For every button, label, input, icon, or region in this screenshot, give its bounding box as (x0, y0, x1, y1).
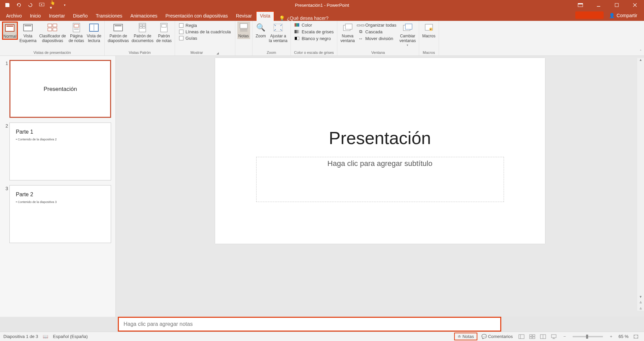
view-outline-button[interactable]: Vista Esquema (19, 22, 38, 44)
arrange-all-label: Organizar todas (365, 23, 397, 28)
view-slide-sorter-button[interactable]: Clasificador de diapositivas (38, 22, 67, 44)
group-color-label: Color o escala de grises (293, 50, 335, 55)
tab-animations[interactable]: Animaciones (126, 11, 161, 21)
share-button[interactable]: 👤 Compartir (605, 10, 641, 21)
ruler-checkbox[interactable]: Regla (179, 23, 231, 28)
notes-input[interactable] (124, 321, 496, 327)
tab-view[interactable]: Vista (256, 11, 274, 21)
zoom-out-button[interactable]: − (560, 333, 569, 340)
subtitle-placeholder-box[interactable]: Haga clic para agregar subtítulo (256, 157, 504, 202)
minimize-button[interactable] (589, 0, 608, 10)
save-icon[interactable] (4, 2, 11, 8)
tab-transitions[interactable]: Transiciones (92, 11, 126, 21)
lightbulb-icon: 💡 (279, 15, 285, 21)
tab-review[interactable]: Revisar (232, 11, 256, 21)
svg-rect-4 (615, 3, 618, 7)
touch-mode-icon[interactable]: 👆▾ (50, 2, 57, 8)
notes-pane[interactable] (118, 317, 501, 332)
bw-button[interactable]: Blanco y negro (294, 36, 334, 41)
svg-rect-24 (240, 24, 247, 28)
arrange-all-icon: ▭▭ (358, 22, 363, 28)
view-normal-button[interactable]: Normal (2, 22, 18, 40)
notes-toggle-button[interactable]: Notas (237, 22, 250, 39)
tab-design[interactable]: Diseño (69, 11, 92, 21)
tab-slideshow[interactable]: Presentación con diapositivas (161, 11, 232, 21)
view-notes-page-label: Página de notas (69, 34, 84, 43)
handout-master-button[interactable]: Patrón de documentos (131, 22, 155, 44)
grayscale-button[interactable]: Escala de grises (294, 29, 334, 34)
collapse-ribbon-icon[interactable]: ˆ (640, 49, 641, 54)
close-button[interactable] (626, 0, 644, 10)
new-window-button[interactable]: Nueva ventana (339, 22, 356, 44)
status-notes-button[interactable]: ≐ Notas (454, 333, 477, 340)
undo-icon[interactable] (15, 2, 22, 8)
group-show-label: Mostrar (191, 50, 203, 55)
switch-windows-button[interactable]: Cambiar ventanas ▾ (399, 22, 417, 47)
redo-icon[interactable] (27, 2, 34, 8)
next-slide-icon[interactable]: ≛ (637, 307, 644, 311)
arrange-all-button[interactable]: ▭▭Organizar todas (358, 22, 397, 28)
language-indicator[interactable]: Español (España) (53, 334, 88, 339)
start-slideshow-icon[interactable] (38, 2, 45, 8)
slide-master-label: Patrón de diapositivas (108, 34, 129, 43)
move-split-label: Mover división (365, 36, 393, 41)
slide-thumbnail-2[interactable]: Parte 1 • Contenido de la diapositiva 2 (9, 123, 111, 180)
view-notes-page-button[interactable]: Página de notas (68, 22, 85, 44)
maximize-button[interactable] (608, 0, 626, 10)
switch-windows-label: Cambiar ventanas (400, 34, 416, 43)
vertical-scrollbar[interactable]: ▲ ▼ ≜ ≛ (637, 58, 644, 311)
fit-to-window-button[interactable]: Ajustar a la ventana (268, 22, 289, 44)
group-window-label: Ventana (339, 50, 417, 55)
slide-thumbnail-3[interactable]: Parte 2 • Contenido de la diapositiva 3 (9, 185, 111, 243)
cascade-button[interactable]: ⧉Cascada (358, 29, 397, 34)
status-comments-button[interactable]: 💬 Comentarios (479, 333, 516, 340)
zoom-slider-thumb[interactable] (586, 335, 588, 339)
move-split-icon: ↔ (358, 36, 363, 41)
macros-button[interactable]: Macros (421, 22, 436, 39)
svg-rect-42 (551, 335, 556, 338)
slide-canvas[interactable]: Presentación Haga clic para agregar subt… (215, 58, 545, 244)
notes-master-button[interactable]: Patrón de notas (155, 22, 173, 44)
tab-home[interactable]: Inicio (26, 11, 45, 21)
fit-to-window-icon[interactable] (631, 333, 641, 340)
color-button[interactable]: Color (294, 22, 334, 28)
scroll-down-icon[interactable]: ▼ (637, 295, 644, 299)
tab-file[interactable]: Archivo (2, 11, 26, 21)
show-dialog-launcher[interactable]: ◢ (216, 52, 219, 55)
slide-master-button[interactable]: Patrón de diapositivas (107, 22, 130, 44)
normal-view-icon[interactable] (517, 333, 526, 340)
share-icon: 👤 (609, 13, 615, 18)
slide-thumbnail-1[interactable]: Presentación (9, 60, 111, 118)
spell-check-icon[interactable]: 📖 (43, 334, 48, 339)
reading-view-icon[interactable] (538, 333, 548, 340)
sign-in-button[interactable] (575, 11, 604, 19)
slide-counter[interactable]: Diapositiva 1 de 3 (3, 334, 38, 339)
gridlines-checkbox[interactable]: Líneas de la cuadrícula (179, 29, 231, 34)
slide-thumbnail-pane[interactable]: 1 Presentación 2 Parte 1 • Contenido de … (0, 56, 116, 317)
slideshow-view-icon[interactable] (549, 333, 558, 340)
cascade-icon: ⧉ (358, 29, 363, 34)
zoom-percentage[interactable]: 65 % (618, 334, 629, 339)
view-reading-button[interactable]: Vista de lectura (86, 22, 102, 44)
tab-insert[interactable]: Insertar (45, 11, 69, 21)
status-bar: Diapositiva 1 de 3 📖 Español (España) ≐ … (0, 332, 644, 341)
notes-toggle-label: Notas (238, 34, 249, 38)
tell-me-search[interactable]: 💡 ¿Qué desea hacer? (274, 15, 329, 21)
window-title: Presentación1 - PowerPoint (295, 3, 349, 8)
zoom-slider[interactable] (573, 336, 603, 337)
qat-customize-icon[interactable]: ▾ (61, 2, 68, 8)
macros-label: Macros (422, 34, 435, 38)
group-zoom-label: Zoom (255, 50, 289, 55)
zoom-button[interactable]: 🔍 Zoom (255, 22, 267, 39)
slide-title-text[interactable]: Presentación (215, 128, 545, 148)
sorter-view-icon[interactable] (528, 333, 537, 340)
zoom-in-button[interactable]: + (606, 333, 616, 340)
fit-label: Ajustar a la ventana (269, 34, 287, 43)
move-split-button[interactable]: ↔Mover división (358, 36, 397, 41)
prev-slide-icon[interactable]: ≜ (637, 301, 644, 305)
guides-checkbox[interactable]: Guías (179, 36, 231, 41)
scroll-up-icon[interactable]: ▲ (637, 58, 644, 64)
handout-master-label: Patrón de documentos (132, 34, 154, 43)
cascade-label: Cascada (365, 29, 382, 34)
ribbon-display-options-icon[interactable] (571, 0, 589, 10)
